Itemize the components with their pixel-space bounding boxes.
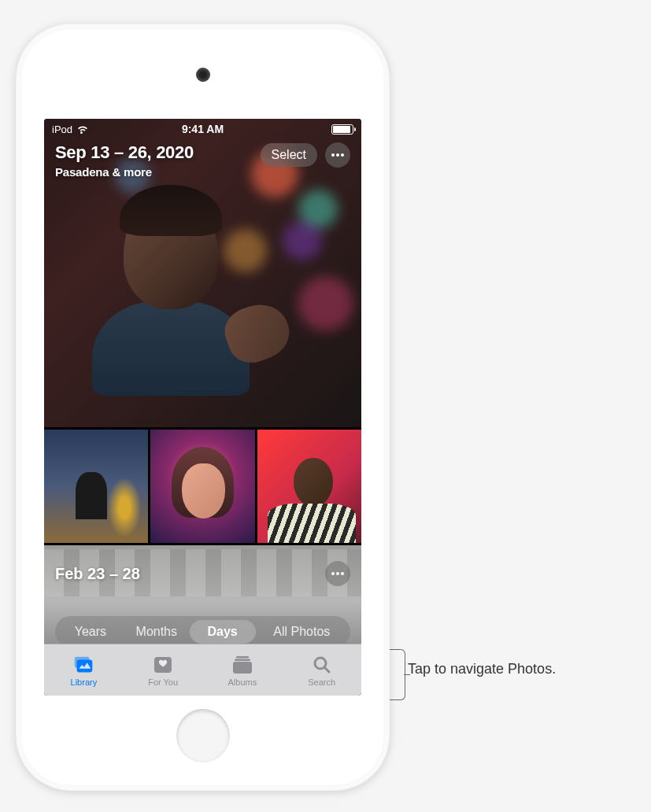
carrier-label: iPod (52, 124, 72, 135)
status-left: iPod (52, 124, 89, 135)
tab-albums[interactable]: Albums (203, 644, 283, 696)
svg-point-5 (341, 572, 344, 575)
svg-point-2 (341, 153, 344, 157)
status-time: 9:41 AM (182, 123, 224, 135)
status-bar: iPod 9:41 AM (44, 119, 361, 139)
photo-thumbnail[interactable] (150, 430, 254, 543)
more-button[interactable] (325, 561, 350, 586)
second-date-range: Feb 23 – 28 (55, 565, 140, 583)
second-photo-card[interactable]: Feb 23 – 28 Years Months Days All Photos (44, 545, 361, 644)
hero-location: Pasadena & more (55, 165, 194, 179)
svg-rect-9 (236, 656, 249, 659)
device-frame: iPod 9:41 AM (16, 24, 390, 791)
svg-point-4 (336, 572, 339, 575)
device-inner: iPod 9:41 AM (20, 28, 385, 786)
screen: iPod 9:41 AM (44, 119, 361, 696)
svg-rect-7 (77, 659, 93, 672)
view-segmented-control: Years Months Days All Photos (55, 616, 350, 644)
for-you-icon (151, 654, 175, 676)
segment-days[interactable]: Days (190, 620, 256, 644)
more-button[interactable] (325, 142, 350, 168)
home-button[interactable] (176, 709, 230, 762)
tab-label: Search (308, 677, 335, 687)
tab-library[interactable]: Library (44, 644, 124, 696)
hero-date-range: Sep 13 – 26, 2020 (55, 142, 194, 163)
tab-label: Library (71, 677, 98, 687)
hero-photo-card[interactable]: Sep 13 – 26, 2020 Pasadena & more Select (44, 119, 361, 427)
tab-bar: Library For You (44, 644, 361, 696)
status-right (331, 124, 353, 135)
wifi-icon (76, 124, 89, 134)
hero-photo-subject (124, 191, 250, 396)
svg-point-0 (331, 153, 335, 157)
tab-label: Albums (228, 677, 257, 687)
front-camera (196, 68, 210, 82)
segment-months[interactable]: Months (124, 620, 190, 644)
battery-icon (331, 124, 353, 135)
tab-label: For You (148, 677, 178, 687)
tab-for-you[interactable]: For You (124, 644, 203, 696)
svg-rect-10 (235, 659, 250, 661)
hero-header: Sep 13 – 26, 2020 Pasadena & more Select (55, 142, 350, 179)
photo-thumbnail[interactable] (44, 430, 148, 543)
callout-text: Tap to navigate Photos. (408, 661, 556, 677)
photo-thumbnail[interactable] (257, 430, 361, 543)
svg-point-3 (331, 572, 335, 575)
library-content[interactable]: Sep 13 – 26, 2020 Pasadena & more Select (44, 119, 361, 644)
segment-all-photos[interactable]: All Photos (256, 620, 348, 644)
albums-icon (231, 654, 254, 676)
ellipsis-icon (331, 571, 345, 576)
ellipsis-icon (331, 153, 345, 157)
svg-line-13 (324, 667, 329, 672)
svg-rect-11 (233, 662, 252, 674)
search-icon (310, 654, 334, 676)
segment-years[interactable]: Years (57, 620, 124, 644)
svg-point-1 (336, 153, 339, 157)
select-button[interactable]: Select (261, 143, 317, 167)
tab-search[interactable]: Search (282, 644, 361, 696)
callout-bracket (390, 649, 405, 700)
thumbnail-row (44, 430, 361, 543)
library-icon (72, 654, 95, 676)
